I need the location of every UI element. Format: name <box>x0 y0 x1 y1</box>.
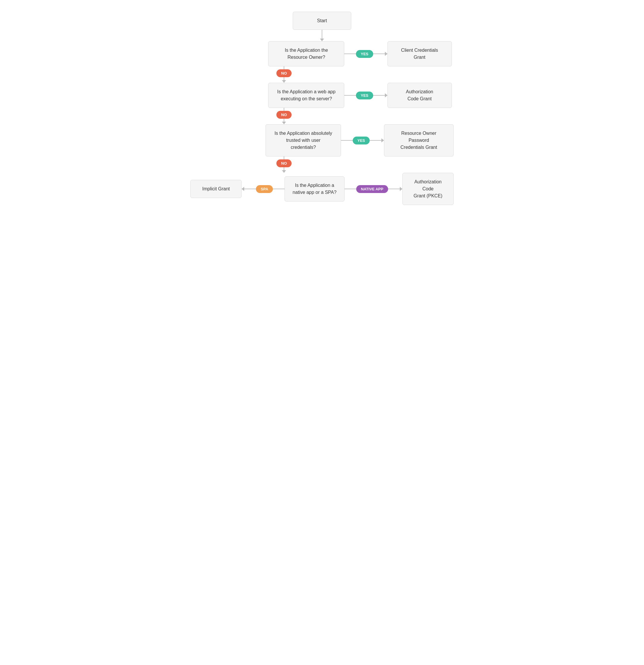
r5-box: Implicit Grant <box>190 180 242 198</box>
connector-start-q1 <box>320 30 324 41</box>
h-line <box>344 189 356 189</box>
q1-yes-connector: YES <box>344 50 387 58</box>
h-line <box>244 189 256 189</box>
arrow-down <box>282 80 286 83</box>
line-v <box>322 30 322 39</box>
line-v <box>284 108 284 111</box>
r1-box: Client Credentials Grant <box>387 41 452 66</box>
arrow-down <box>282 170 286 173</box>
q4-spa-connector: SPA <box>242 185 285 193</box>
no-badge-q1: NO <box>277 69 291 77</box>
h-line <box>373 54 385 54</box>
arrow-left <box>242 187 244 191</box>
spa-badge: SPA <box>256 185 273 193</box>
start-box: Start <box>293 12 351 30</box>
q2-yes-connector: YES <box>344 92 387 99</box>
h-line <box>388 189 400 189</box>
r1-label: Client Credentials Grant <box>401 48 438 60</box>
no-badge-q2: NO <box>277 111 291 119</box>
h-line <box>341 140 353 141</box>
h-line <box>370 140 381 141</box>
q1-label: Is the Application the Resource Owner? <box>285 48 328 60</box>
h-line <box>344 54 356 54</box>
arrow-right <box>385 52 387 56</box>
h-line <box>273 189 285 189</box>
line-v <box>284 119 284 122</box>
arrow-right <box>385 93 387 97</box>
q3-row: Is the Application absolutely trusted wi… <box>190 124 454 156</box>
arrow-down <box>282 122 286 124</box>
q3-yes-connector: YES <box>341 137 384 145</box>
yes-badge-q1: YES <box>356 50 373 58</box>
native-badge: NATIVE APP <box>356 185 388 193</box>
q4-native-connector: NATIVE APP <box>344 185 402 193</box>
r2-box: Authorization Code Grant <box>387 83 452 108</box>
arrow-right <box>381 138 384 142</box>
line-v <box>284 66 284 69</box>
r2-label: Authorization Code Grant <box>406 89 433 101</box>
r3-box: Resource Owner Password Credentials Gran… <box>384 124 454 156</box>
q4-label: Is the Application a native app or a SPA… <box>293 183 337 195</box>
line-v <box>284 167 284 170</box>
line-v <box>284 77 284 80</box>
line-v <box>284 156 284 159</box>
q1-row: Is the Application the Resource Owner? Y… <box>190 41 454 66</box>
q2-label: Is the Application a web app executing o… <box>277 89 336 101</box>
q3-label: Is the Application absolutely trusted wi… <box>274 131 332 150</box>
flowchart: Start Is the Application the Resource Ow… <box>190 12 454 205</box>
arrow-down <box>320 39 324 41</box>
no-badge-q3: NO <box>277 159 291 167</box>
yes-badge-q3: YES <box>353 137 370 145</box>
q2-box: Is the Application a web app executing o… <box>268 83 344 108</box>
q4-box: Is the Application a native app or a SPA… <box>285 176 344 202</box>
q2-row: Is the Application a web app executing o… <box>190 83 454 108</box>
h-line <box>373 95 385 96</box>
r5-label: Implicit Grant <box>202 186 230 191</box>
r4-box: Authorization Code Grant (PKCE) <box>402 173 454 205</box>
q4-row: Implicit Grant SPA Is the Application a … <box>190 173 454 205</box>
h-line <box>344 95 356 96</box>
q1-box: Is the Application the Resource Owner? <box>268 41 344 66</box>
arrow-right <box>400 187 402 191</box>
q3-box: Is the Application absolutely trusted wi… <box>266 124 341 156</box>
r3-label: Resource Owner Password Credentials Gran… <box>400 131 437 150</box>
r4-label: Authorization Code Grant (PKCE) <box>414 179 442 198</box>
start-label: Start <box>317 18 327 23</box>
yes-badge-q2: YES <box>356 92 373 99</box>
